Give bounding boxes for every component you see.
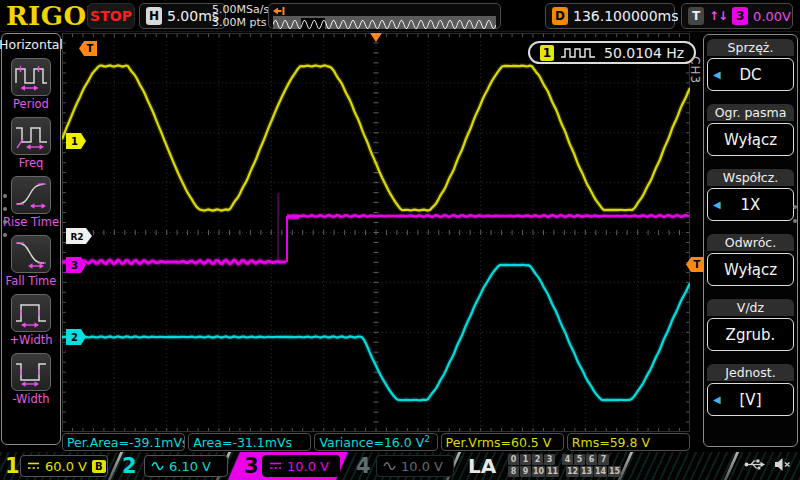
menu-item-width[interactable]: +Width — [3, 294, 59, 347]
left-menu-horizontal: Horizontal PeriodFreqRise TimeFall Time+… — [1, 33, 61, 445]
menu-item-value[interactable]: Wyłącz — [707, 123, 794, 156]
dc-coupling-icon — [269, 459, 282, 474]
dc-coupling-icon — [27, 460, 40, 471]
slot-divider — [724, 452, 739, 480]
digital-channel-12: 12 — [566, 466, 579, 477]
menu-item-label: Period — [13, 97, 49, 111]
channel-scale-value: 10.0 V — [287, 459, 329, 474]
menu-item-title: Sprzęż. — [707, 39, 794, 56]
trigger-position-arrow-icon — [272, 6, 285, 16]
channel-status-bar: 160.0 VB26.10 V310.0 V410.0 VLA012345678… — [0, 452, 800, 480]
menu-value-text: 1X — [741, 196, 761, 214]
channel-3-status[interactable]: 10.0 V — [262, 455, 340, 477]
menu-item-title: Ogr. pasma — [707, 104, 794, 121]
menu-item-fall-time[interactable]: Fall Time — [3, 235, 59, 288]
menu-item-ogr-pasma[interactable]: Ogr. pasmaWyłącz — [707, 104, 794, 156]
digital-channel-6: 6 — [586, 454, 597, 465]
left-menu-page-dots — [3, 194, 7, 237]
menu-item-value[interactable]: Wyłącz — [707, 253, 794, 286]
acquisition-info: 5.00MSa/s 3.00M pts — [212, 3, 269, 29]
menu-item-value[interactable]: Zgrub. — [707, 318, 794, 351]
menu-item-title: Jednost. — [707, 364, 794, 381]
menu-item-label: +Width — [9, 333, 52, 347]
channel-scale-value: 10.0 V — [401, 459, 443, 474]
channel-scale-value: 6.10 V — [169, 459, 211, 474]
run-state-button[interactable]: STOP — [87, 3, 135, 29]
svg-text:1: 1 — [71, 136, 78, 147]
digital-channel-13: 13 — [580, 466, 593, 477]
ac-coupling-icon — [151, 459, 164, 474]
digital-channel-3: 3 — [544, 454, 555, 465]
channel-4-status[interactable]: 10.0 V — [376, 455, 454, 477]
trigger-t-icon: T — [688, 7, 704, 25]
menu-item-title: V/dz — [707, 299, 794, 316]
menu-item-label: Rise Time — [3, 215, 59, 229]
menu-item-jednost[interactable]: Jednost.◀[V] — [707, 364, 794, 416]
memory-strip — [273, 16, 496, 29]
left-triangle-icon: ◀ — [713, 69, 721, 80]
digital-channel-15: 15 — [608, 466, 621, 477]
channel-2-status[interactable]: 6.10 V — [144, 455, 228, 477]
delay-box: D 136.100000ms — [545, 3, 675, 29]
top-bar: RIGOL STOP H 5.00ms 5.00MSa/s 3.00M pts … — [0, 0, 800, 32]
channel-1-status[interactable]: 60.0 VB — [20, 455, 108, 477]
speaker-muted-icon — [774, 457, 791, 472]
menu-value-text: [V] — [740, 391, 762, 409]
waveform-preview — [268, 3, 501, 29]
ac-coupling-icon — [383, 459, 396, 474]
measurement-readout: Per.Vrms=60.5 V — [441, 433, 564, 451]
menu-item-label: Freq — [19, 156, 44, 170]
slot-divider — [108, 452, 123, 480]
frequency-counter-badge: 1 50.0104 Hz — [528, 41, 696, 64]
right-menu-page-dots — [793, 205, 797, 223]
right-menu-ch3: Sprzęż.◀DCOgr. pasmaWyłączWspółcz.◀1XOdw… — [703, 34, 798, 447]
svg-text:3: 3 — [71, 260, 78, 271]
menu-value-text: Wyłącz — [724, 131, 777, 149]
menu-item-value[interactable]: ◀1X — [707, 188, 794, 221]
square-wave-icon — [560, 46, 598, 59]
menu-item-value[interactable]: ◀[V] — [707, 383, 794, 416]
menu-item-period[interactable]: Period — [3, 58, 59, 111]
svg-text:2: 2 — [71, 332, 78, 343]
digital-channel-8: 8 — [508, 466, 519, 477]
menu-item-width[interactable]: -Width — [3, 353, 59, 406]
menu-item-label: -Width — [12, 392, 49, 406]
dc-coupling-icon — [269, 460, 282, 471]
digital-channel-9: 9 — [520, 466, 531, 477]
bandwidth-limit-badge: B — [92, 460, 106, 473]
digital-channel-2: 2 — [532, 454, 543, 465]
channel-menu-label: CH3 — [688, 56, 702, 84]
channel-3-number[interactable]: 3 — [244, 453, 259, 479]
channel-4-number[interactable]: 4 — [356, 453, 371, 479]
menu-item-rise-time[interactable]: Rise Time — [3, 176, 59, 229]
measurement-readout: Per.Area=-39.1mVs — [62, 433, 185, 451]
digital-channel-7: 7 — [598, 454, 609, 465]
logic-analyzer-label[interactable]: LA — [468, 454, 496, 478]
menu-item-odwr-c[interactable]: Odwróc.Wyłącz — [707, 234, 794, 286]
menu-item-wsp-cz[interactable]: Współcz.◀1X — [707, 169, 794, 221]
logic-analyzer-digits[interactable]: 0123456789101112131415 — [508, 454, 621, 478]
ac-coupling-icon — [383, 460, 396, 471]
rise-time-icon — [11, 176, 51, 214]
menu-item-sprz[interactable]: Sprzęż.◀DC — [707, 39, 794, 91]
measurement-readout: Area=-31.1mVs — [188, 433, 311, 451]
digital-channel-1: 1 — [520, 454, 531, 465]
trigger-level-value: 0.00V — [753, 9, 791, 24]
digital-channel-10: 10 — [532, 466, 545, 477]
fall-time-icon — [11, 235, 51, 273]
digital-channel-14: 14 — [594, 466, 607, 477]
channel-2-number[interactable]: 2 — [122, 453, 137, 479]
memory-depth: 3.00M pts — [212, 16, 269, 29]
menu-item-v-dz[interactable]: V/dzZgrub. — [707, 299, 794, 351]
menu-item-freq[interactable]: Freq — [3, 117, 59, 170]
menu-value-text: Zgrub. — [726, 326, 776, 344]
oscilloscope-screen: RIGOL STOP H 5.00ms 5.00MSa/s 3.00M pts … — [0, 0, 800, 480]
menu-item-value[interactable]: ◀DC — [707, 58, 794, 91]
menu-value-text: Wyłącz — [724, 261, 777, 279]
digital-channel-0: 0 — [508, 454, 519, 465]
trigger-source-badge: 3 — [732, 7, 748, 25]
horizontal-position-marker-icon — [370, 33, 382, 42]
channel-1-number[interactable]: 1 — [5, 453, 20, 479]
svg-text:R2: R2 — [70, 232, 83, 242]
dc-coupling-icon — [27, 459, 40, 474]
